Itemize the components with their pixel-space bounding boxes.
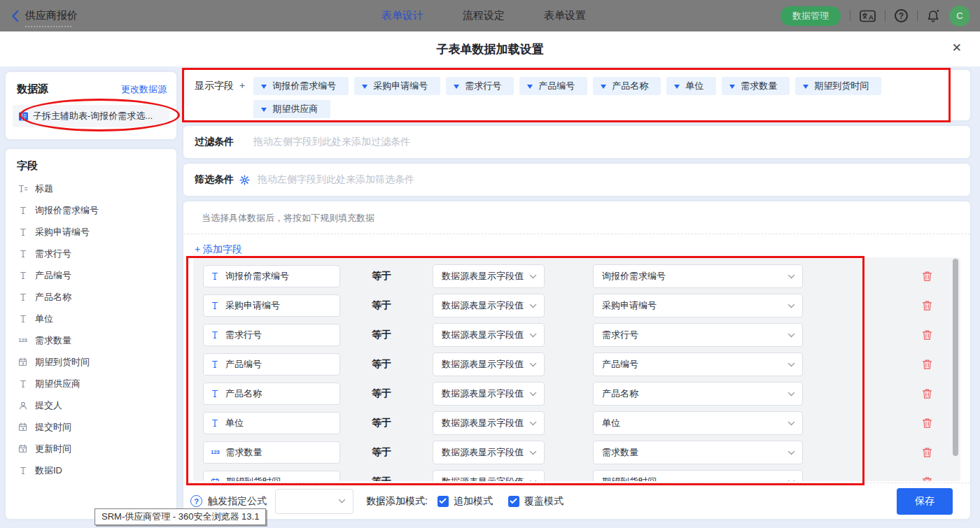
field-item[interactable]: 采购申请编号 [6,221,176,243]
rule-field-box[interactable]: 产品名称 [203,383,340,405]
scrollbar-thumb[interactable] [953,259,958,456]
formula-label: 触发指定公式 [208,495,267,508]
delete-rule-button[interactable] [922,329,932,341]
delete-rule-button[interactable] [922,359,932,370]
divider [885,10,886,21]
display-chip[interactable]: 产品编号 [519,77,587,95]
filter-dropzone[interactable]: 拖动左侧字段到此处来添加过滤条件 [253,136,410,148]
checkbox-checked-icon [508,496,519,507]
source-field-select[interactable]: 询报价需求编号 [593,264,803,288]
display-chip[interactable]: 产品名称 [593,77,661,95]
field-item-label: 期望供应商 [35,378,80,390]
help-icon[interactable]: ? [895,9,908,22]
source-field-select[interactable]: 产品编号 [593,352,803,376]
source-field-select[interactable]: 采购申请编号 [593,294,803,317]
field-item[interactable]: 更新时间 [6,438,176,459]
rule-row: 123需求数量 等于 数据源表显示字段值 需求数量 [193,438,960,467]
field-item[interactable]: 产品名称 [6,286,176,308]
source-field-select[interactable]: 需求数量 [593,441,803,464]
save-button[interactable]: 保存 [897,488,953,515]
display-chip[interactable]: 需求数量 [722,77,790,95]
formula-help-icon[interactable]: ? [190,495,202,507]
delete-rule-button[interactable] [922,447,932,458]
value-source-select[interactable]: 数据源表显示字段值 [433,441,545,464]
source-field-select[interactable]: 产品名称 [593,382,803,406]
data-manage-button[interactable]: 数据管理 [780,6,841,26]
datasource-item[interactable]: 子拆主辅助表-询报价需求选... [13,105,169,127]
field-item-label: 提交人 [35,399,62,412]
text-field-icon [17,206,29,215]
select-value: 需求行号 [602,329,638,341]
add-display-field-button[interactable]: + [239,80,245,92]
display-chip[interactable]: 期望到货时间 [795,77,881,95]
value-source-select[interactable]: 数据源表显示字段值 [433,294,545,317]
change-datasource-link[interactable]: 更改数据源 [121,83,167,96]
display-chip[interactable]: 采购申请编号 [354,77,440,95]
display-chip[interactable]: 单位 [666,77,716,95]
field-item-title[interactable]: 标题 [6,178,176,199]
person-field-icon [17,401,29,410]
field-item[interactable]: 数据ID [6,459,176,481]
gear-icon[interactable] [239,175,250,185]
value-source-select[interactable]: 数据源表显示字段值 [433,323,545,347]
display-chip[interactable]: 期望供应商 [253,100,330,118]
translate-icon[interactable]: A [860,9,876,23]
rule-field-box[interactable]: 期望到货时间 [203,471,340,481]
value-source-select[interactable]: 数据源表显示字段值 [433,382,545,406]
field-item[interactable]: 产品编号 [6,264,176,286]
text-field-icon [17,293,29,301]
tab-process-setting[interactable]: 流程设定 [463,9,505,22]
field-item[interactable]: 期望供应商 [6,373,176,394]
field-item[interactable]: 期望到货时间 [6,351,176,373]
append-mode-checkbox[interactable]: 追加模式 [438,495,493,508]
topbar: 供应商报价 表单设计 流程设定 表单设置 数据管理 A ? C [0,0,980,31]
delete-rule-button[interactable] [922,300,932,311]
rule-field-label: 需求行号 [225,329,262,341]
source-field-select[interactable]: 期望到货时间 [593,470,803,481]
tab-form-setting[interactable]: 表单设置 [544,9,586,22]
field-item[interactable]: 单位 [6,308,176,329]
operator-label: 等于 [372,446,414,459]
select-value: 采购申请编号 [602,299,657,312]
rule-field-box[interactable]: 采购申请编号 [203,294,340,317]
field-item[interactable]: 提交人 [6,394,176,416]
sift-dropzone[interactable]: 拖动左侧字段到此处来添加筛选条件 [258,173,414,186]
fields-title: 字段 [6,149,176,178]
rule-field-box[interactable]: 产品编号 [203,353,340,376]
rule-row: 询报价需求编号 等于 数据源表显示字段值 询报价需求编号 [193,262,960,291]
rule-field-box[interactable]: 单位 [203,412,340,434]
value-source-select[interactable]: 数据源表显示字段值 [433,352,545,376]
operator-label: 等于 [372,270,414,283]
field-item[interactable]: 询报价需求编号 [6,199,176,221]
source-field-select[interactable]: 需求行号 [593,323,803,347]
add-field-link[interactable]: + 添加字段 [195,243,242,256]
delete-rule-button[interactable] [922,418,932,429]
field-item[interactable]: 需求行号 [6,243,176,264]
text-field-icon [211,360,219,369]
text-field-icon [211,390,219,398]
close-icon[interactable]: ✕ [952,41,962,55]
rule-field-box[interactable]: 询报价需求编号 [203,265,340,287]
form-name: 供应商报价 [25,9,78,22]
formula-select[interactable] [275,489,354,514]
display-chip[interactable]: 需求行号 [446,77,514,95]
override-mode-checkbox[interactable]: 覆盖模式 [508,495,564,508]
source-field-select[interactable]: 单位 [593,411,803,435]
delete-rule-button[interactable] [922,476,932,481]
operator-label: 等于 [372,329,414,341]
tab-form-design[interactable]: 表单设计 [382,9,424,22]
delete-rule-button[interactable] [922,388,932,399]
field-item[interactable]: 提交时间 [6,416,176,438]
field-item[interactable]: 123 需求数量 [6,329,176,351]
select-value: 数据源表显示字段值 [442,446,524,459]
display-chip[interactable]: 询报价需求编号 [253,77,349,95]
value-source-select[interactable]: 数据源表显示字段值 [433,411,545,435]
delete-rule-button[interactable] [922,271,932,282]
value-source-select[interactable]: 数据源表显示字段值 [433,264,545,288]
bell-icon[interactable] [927,9,940,23]
avatar[interactable]: C [949,6,970,27]
value-source-select[interactable]: 数据源表显示字段值 [433,470,545,481]
rule-field-box[interactable]: 需求行号 [203,324,340,346]
select-value: 数据源表显示字段值 [442,270,524,283]
rule-field-box[interactable]: 123需求数量 [203,441,340,464]
